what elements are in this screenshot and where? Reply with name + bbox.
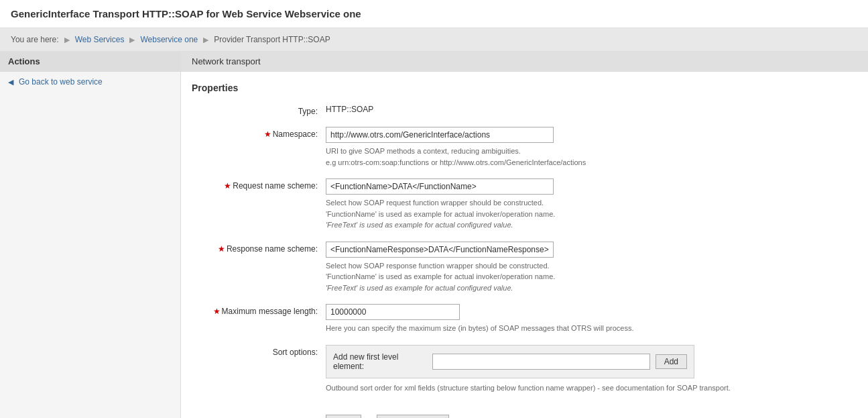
- sidebar-header: Actions: [0, 51, 180, 72]
- save-button[interactable]: Save: [326, 415, 361, 418]
- type-field: HTTP::SOAP: [326, 104, 857, 114]
- max-message-length-hint: Here you can specify the maximum size (i…: [326, 323, 857, 334]
- add-button[interactable]: Add: [656, 354, 687, 369]
- type-label: Type:: [192, 104, 326, 116]
- breadcrumb-provider-transport: Provider Transport HTTP::SOAP: [214, 35, 330, 44]
- add-first-level-input[interactable]: [432, 354, 650, 370]
- response-name-scheme-row: ★Response name scheme: Select how SOAP r…: [192, 242, 857, 294]
- request-name-scheme-label: ★Request name scheme:: [192, 178, 326, 191]
- breadcrumb-webservice-one[interactable]: Webservice one: [140, 35, 198, 44]
- response-name-scheme-field: Select how SOAP response function wrappe…: [326, 242, 857, 294]
- max-message-length-row: ★Maximum message length: Here you can sp…: [192, 304, 857, 334]
- breadcrumb-arrow-2: ▶: [129, 36, 135, 44]
- max-message-length-field: Here you can specify the maximum size (i…: [326, 304, 857, 334]
- properties-section: Properties Type: HTTP::SOAP ★Namespace: …: [181, 72, 868, 418]
- add-first-level-label: Add new first level element:: [333, 352, 427, 371]
- type-row: Type: HTTP::SOAP: [192, 104, 857, 116]
- network-transport-header: Network transport: [181, 51, 868, 72]
- sidebar: Actions ◀ Go back to web service: [0, 51, 181, 418]
- request-name-scheme-hint: Select how SOAP request function wrapper…: [326, 197, 857, 231]
- max-message-length-input[interactable]: [326, 304, 460, 320]
- properties-title: Properties: [192, 83, 857, 93]
- namespace-input[interactable]: [326, 127, 554, 143]
- back-arrow-icon: ◀: [8, 78, 13, 87]
- max-msg-required-star: ★: [213, 307, 221, 316]
- response-name-scheme-label: ★Response name scheme:: [192, 242, 326, 254]
- form-actions: Save or Save and finish or Cancel: [192, 404, 857, 418]
- sort-options-box: Add new first level element: Add: [326, 345, 694, 378]
- namespace-row: ★Namespace: URI to give SOAP methods a c…: [192, 127, 857, 168]
- response-name-scheme-hint: Select how SOAP response function wrappe…: [326, 260, 857, 294]
- max-message-length-label: ★Maximum message length:: [192, 304, 326, 316]
- request-required-star: ★: [224, 181, 231, 191]
- breadcrumb-you-are-here: You are here:: [11, 35, 59, 44]
- namespace-required-star: ★: [264, 129, 271, 139]
- breadcrumb-web-services[interactable]: Web Services: [75, 35, 125, 44]
- main-content: Network transport Properties Type: HTTP:…: [181, 51, 868, 418]
- back-button-label: Go back to web service: [19, 77, 103, 87]
- namespace-label: ★Namespace:: [192, 127, 326, 139]
- breadcrumb-arrow-1: ▶: [64, 36, 70, 44]
- response-name-scheme-input[interactable]: [326, 242, 554, 258]
- back-to-web-service-button[interactable]: ◀ Go back to web service: [0, 72, 180, 92]
- request-name-scheme-input[interactable]: [326, 178, 554, 195]
- sort-options-row: Sort options: Add new first level elemen…: [192, 345, 857, 394]
- save-and-finish-button[interactable]: Save and finish: [377, 415, 449, 418]
- sort-hint: Outbound sort order for xml fields (stru…: [326, 382, 857, 394]
- request-name-scheme-field: Select how SOAP request function wrapper…: [326, 178, 857, 231]
- namespace-field: URI to give SOAP methods a context, redu…: [326, 127, 857, 168]
- type-value: HTTP::SOAP: [326, 102, 373, 114]
- breadcrumb-arrow-3: ▶: [203, 36, 208, 44]
- page-title: GenericInterface Transport HTTP::SOAP fo…: [0, 0, 868, 28]
- namespace-hint: URI to give SOAP methods a context, redu…: [326, 146, 857, 168]
- breadcrumb: You are here: ▶ Web Services ▶ Webservic…: [0, 28, 868, 51]
- response-required-star: ★: [218, 244, 225, 254]
- sort-options-field: Add new first level element: Add Outboun…: [326, 345, 857, 394]
- request-name-scheme-row: ★Request name scheme: Select how SOAP re…: [192, 178, 857, 231]
- sort-options-label: Sort options:: [192, 345, 326, 357]
